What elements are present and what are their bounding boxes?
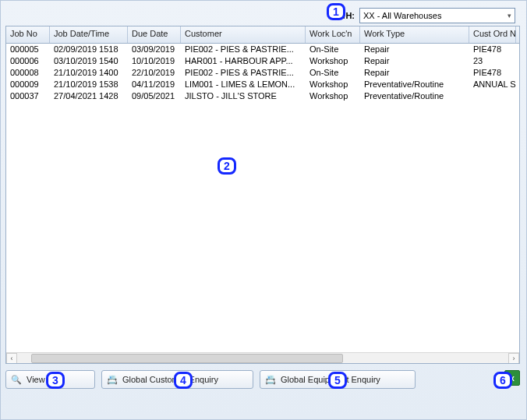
cell-due: 22/10/2019 [128,67,181,79]
cell-loc: On-Site [306,67,360,79]
global-customer-label: Global Customer Enquiry [122,375,218,384]
col-customer[interactable]: Customer [181,26,306,43]
view-job-label: View Job [27,375,61,384]
col-job-date-time[interactable]: Job Date/Time [50,26,128,43]
cell-due: 03/09/2019 [128,44,181,55]
cell-loc: On-Site [306,44,360,55]
view-job-button[interactable]: 🔍 View Job [5,370,95,389]
scroll-thumb[interactable] [31,354,343,363]
col-due-date[interactable]: Due Date [128,26,181,43]
cell-ord: 23 [469,55,516,67]
cell-cust: HAR001 - HARBOUR APP... [181,55,306,67]
col-work-type[interactable]: Work Type [360,26,469,43]
table-row[interactable]: 00000821/10/2019 140022/10/2019PIE002 - … [6,67,519,79]
col-work-locn[interactable]: Work Loc'n [306,26,360,43]
cell-loc: Workshop [306,55,360,67]
cell-job-no: 000005 [6,44,50,55]
col-cust-ord-no[interactable]: Cust Ord No [469,26,516,43]
cell-job-dt: 21/10/2019 1538 [50,79,128,90]
cell-due: 10/10/2019 [128,55,181,67]
cell-due: 04/11/2019 [128,79,181,90]
cell-ord: ANNUAL S... [469,79,516,90]
cell-ord [469,90,516,102]
magnifier-icon: 🔍 [11,374,22,385]
export-excel-button[interactable]: x [504,370,520,386]
horizontal-scrollbar[interactable]: ‹ › [6,352,519,363]
cell-cust: PIE002 - PIES & PASTRIE... [181,44,306,55]
scroll-right-icon[interactable]: › [508,353,519,364]
cell-cust: PIE002 - PIES & PASTRIE... [181,67,306,79]
cell-job-no: 000008 [6,67,50,79]
cell-ord: PIE478 [469,67,516,79]
global-equipment-enquiry-button[interactable]: 📇 Global Equipment Enquiry [260,370,416,389]
cell-wtype: Repair [360,67,469,79]
cell-wtype: Repair [360,44,469,55]
grid-body[interactable]: 00000502/09/2019 151803/09/2019PIE002 - … [6,44,519,352]
cell-job-dt: 21/10/2019 1400 [50,67,128,79]
cell-wtype: Repair [360,55,469,67]
cell-wtype: Preventative/Routine [360,90,469,102]
warehouse-label: W/H: [335,11,355,20]
cell-cust: LIM001 - LIMES & LEMON... [181,79,306,90]
cell-ord: PIE478 [469,44,516,55]
cell-cust: JILSTO - JILL'S STORE [181,90,306,102]
cell-loc: Workshop [306,79,360,90]
chevron-down-icon: ▾ [508,12,511,19]
cell-job-dt: 03/10/2019 1540 [50,55,128,67]
grid-header: Job No Job Date/Time Due Date Customer W… [6,26,520,44]
excel-icon: x [510,374,515,383]
global-customer-enquiry-button[interactable]: 📇 Global Customer Enquiry [101,370,253,389]
cell-due: 09/05/2021 [128,90,181,102]
cell-job-no: 000037 [6,90,50,102]
scroll-track[interactable] [17,353,508,364]
cell-job-dt: 27/04/2021 1428 [50,90,128,102]
table-row[interactable]: 00000921/10/2019 153804/11/2019LIM001 - … [6,79,519,90]
jobs-grid: Job No Job Date/Time Due Date Customer W… [5,26,520,364]
warehouse-select[interactable]: XX - All Warehouses ▾ [359,8,515,23]
equipment-icon: 📇 [265,374,276,385]
cell-loc: Workshop [306,90,360,102]
cell-job-dt: 02/09/2019 1518 [50,44,128,55]
scroll-left-icon[interactable]: ‹ [6,353,17,364]
cell-job-no: 000009 [6,79,50,90]
top-bar: W/H: XX - All Warehouses ▾ [5,5,522,26]
table-row[interactable]: 00000603/10/2019 154010/10/2019HAR001 - … [6,55,519,67]
cell-wtype: Preventative/Routine [360,79,469,90]
col-job-no[interactable]: Job No [6,26,50,43]
job-list-window: W/H: XX - All Warehouses ▾ Job No Job Da… [0,0,527,420]
table-row[interactable]: 00003727/04/2021 142809/05/2021JILSTO - … [6,90,519,102]
bottom-bar: 🔍 View Job 📇 Global Customer Enquiry 📇 G… [5,369,522,390]
table-row[interactable]: 00000502/09/2019 151803/09/2019PIE002 - … [6,44,519,55]
global-equipment-label: Global Equipment Enquiry [281,375,380,384]
cell-job-no: 000006 [6,55,50,67]
warehouse-select-text: XX - All Warehouses [363,11,441,20]
customer-icon: 📇 [107,374,118,385]
